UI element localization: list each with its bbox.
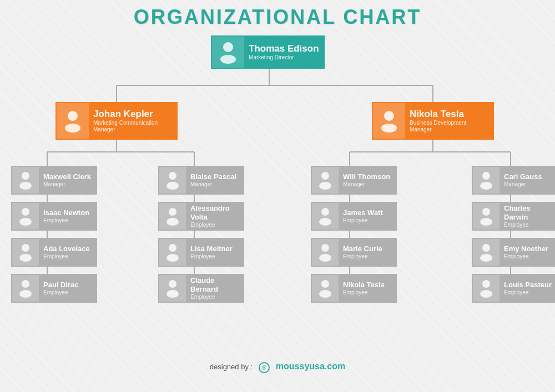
- role-gauss: Manager: [504, 181, 542, 188]
- svg-point-33: [19, 218, 32, 226]
- role-thomas-edison: Marketing Director: [249, 54, 319, 61]
- name-nikola-emp: Nikola Tesla: [343, 281, 385, 289]
- svg-point-40: [169, 208, 176, 216]
- svg-point-42: [169, 244, 176, 252]
- avatar-bernard: [159, 275, 186, 302]
- name-bernard: Claude Bernard: [190, 276, 239, 293]
- node-bernard: Claude Bernard Employee: [158, 274, 244, 303]
- connector-lines: [11, 35, 544, 357]
- avatar-noether: [473, 239, 500, 266]
- name-james-watt: James Watt: [343, 208, 383, 217]
- svg-point-27: [65, 124, 80, 133]
- svg-point-58: [482, 244, 490, 252]
- name-meitner: Lisa Meitner: [190, 245, 233, 253]
- svg-point-31: [19, 182, 32, 190]
- svg-point-52: [321, 280, 329, 288]
- node-darwin: Charles Darwin Employee: [472, 202, 555, 231]
- role-nikola-emp: Employee: [343, 289, 385, 296]
- svg-point-49: [319, 218, 331, 226]
- node-ada-lovelace: Ada Lovelace Employee: [11, 238, 97, 267]
- avatar-newton: [12, 203, 39, 230]
- role-thomson: Manager: [343, 181, 390, 188]
- node-thomson: Will Thomson Manager: [311, 166, 397, 195]
- avatar-james-watt: [312, 203, 339, 230]
- role-dirac: Employee: [43, 289, 79, 296]
- role-darwin: Employee: [504, 222, 552, 228]
- avatar-maxwell: [12, 167, 39, 194]
- role-meitner: Employee: [190, 253, 233, 260]
- node-maxwell-clerk: Maxwell Clerk Manager: [11, 166, 97, 195]
- name-thomson: Will Thomson: [343, 172, 390, 181]
- name-johan-kepler: Johan Kepler: [93, 109, 172, 120]
- svg-point-57: [480, 218, 492, 226]
- name-newton: Isaac Newton: [43, 208, 89, 217]
- name-maxwell: Maxwell Clerk: [43, 172, 91, 181]
- svg-point-60: [482, 280, 490, 288]
- node-volta: Alessandro Volta Employee: [158, 202, 244, 231]
- svg-point-50: [321, 244, 329, 252]
- main-title: ORGANIZATIONAL CHART: [11, 6, 544, 29]
- avatar-curie: [312, 239, 339, 266]
- avatar-ada: [12, 239, 39, 266]
- role-noether: Employee: [504, 253, 548, 260]
- footer: designed by : ® moussyusa.com: [11, 362, 544, 373]
- svg-point-59: [480, 254, 492, 262]
- node-blaise-pascal: Blaise Pascal Manager: [158, 166, 244, 195]
- node-james-watt: James Watt Employee: [311, 202, 397, 231]
- avatar-gauss: [473, 167, 500, 194]
- svg-point-25: [220, 55, 236, 64]
- svg-point-26: [68, 111, 78, 121]
- node-paul-dirac: Paul Dirac Employee: [11, 274, 97, 303]
- svg-point-61: [480, 290, 492, 298]
- role-nikola-tesla-mgr: Business Development Manager: [410, 120, 488, 133]
- node-curie: Marie Curie Employee: [311, 238, 397, 267]
- svg-point-39: [167, 182, 179, 190]
- node-meitner: Lisa Meitner Employee: [158, 238, 244, 267]
- svg-point-54: [482, 172, 490, 180]
- designed-by-label: designed by :: [210, 363, 253, 371]
- svg-point-45: [167, 290, 179, 298]
- role-pascal: Manager: [190, 181, 236, 188]
- avatar-pascal: [159, 167, 186, 194]
- role-bernard: Employee: [190, 294, 239, 301]
- node-isaac-newton: Isaac Newton Employee: [11, 202, 97, 231]
- svg-point-30: [22, 172, 29, 180]
- svg-point-34: [22, 244, 29, 252]
- name-curie: Marie Curie: [343, 245, 382, 253]
- svg-point-29: [381, 124, 397, 133]
- avatar-thomas-edison: [212, 37, 244, 68]
- name-pasteur: Louis Pasteur: [504, 281, 552, 289]
- avatar-pasteur: [473, 275, 500, 302]
- svg-point-24: [223, 42, 233, 52]
- role-maxwell: Manager: [43, 181, 91, 188]
- node-nikola-tesla-mgr: Nikola Tesla Business Development Manage…: [372, 102, 494, 140]
- node-gauss: Carl Gauss Manager: [472, 166, 555, 195]
- avatar-volta: [159, 203, 186, 230]
- svg-point-36: [22, 280, 29, 288]
- role-ada: Employee: [43, 253, 90, 260]
- svg-point-48: [321, 208, 329, 216]
- svg-point-38: [169, 172, 176, 180]
- svg-point-44: [169, 280, 176, 288]
- name-volta: Alessandro Volta: [190, 204, 239, 221]
- role-johan-kepler: Marketing Communication Manager: [93, 120, 172, 133]
- node-johan-kepler: Johan Kepler Marketing Communication Man…: [56, 102, 178, 140]
- avatar-darwin: [473, 203, 500, 230]
- avatar-johan-kepler: [57, 103, 89, 139]
- node-pasteur: Louis Pasteur Employee: [472, 274, 555, 303]
- node-nikola-tesla-emp: Nikola Tesla Employee: [311, 274, 397, 303]
- svg-point-55: [480, 182, 492, 190]
- node-noether: Emy Noether Employee: [472, 238, 555, 267]
- avatar-nikola-emp: [312, 275, 339, 302]
- page: ORGANIZATIONAL CHART: [0, 0, 555, 376]
- svg-point-51: [319, 254, 331, 262]
- avatar-nikola-tesla-mgr: [373, 103, 405, 139]
- name-dirac: Paul Dirac: [43, 281, 79, 289]
- name-noether: Emy Noether: [504, 245, 548, 253]
- name-thomas-edison: Thomas Edison: [249, 43, 319, 54]
- role-newton: Employee: [43, 217, 89, 224]
- svg-point-46: [321, 172, 329, 180]
- svg-point-47: [319, 182, 331, 190]
- svg-point-41: [167, 218, 179, 226]
- svg-point-32: [22, 208, 29, 216]
